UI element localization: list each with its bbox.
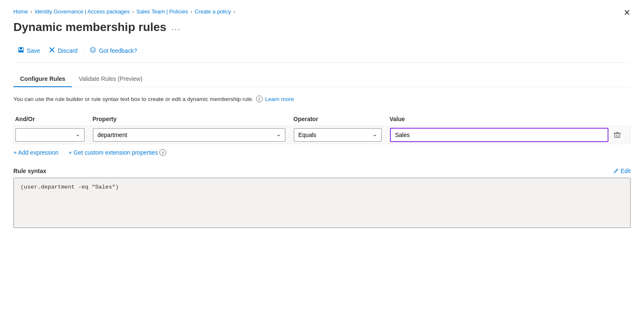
save-icon bbox=[18, 47, 24, 55]
close-button[interactable]: ✕ bbox=[623, 8, 631, 17]
svg-rect-1 bbox=[20, 47, 22, 49]
breadcrumb-sep-1: › bbox=[31, 9, 32, 15]
operator-select[interactable]: Equals Not Equals Starts With Contains M… bbox=[294, 128, 382, 142]
add-row: + Add expression + Get custom extension … bbox=[13, 149, 631, 156]
delete-icon bbox=[613, 131, 621, 139]
svg-line-13 bbox=[616, 170, 617, 171]
delete-row-button[interactable] bbox=[612, 129, 623, 140]
rule-syntax-section: Rule syntax Edit (user.department -eq "S… bbox=[13, 168, 631, 228]
table-header: And/Or Property Operator Value bbox=[13, 112, 631, 126]
toolbar: Save Discard Got feedback? bbox=[13, 44, 631, 63]
svg-point-5 bbox=[90, 47, 95, 52]
header-and-or: And/Or bbox=[15, 116, 92, 122]
page-title: Dynamic membership rules bbox=[13, 21, 167, 34]
info-description: You can use the rule builder or rule syn… bbox=[13, 96, 254, 102]
breadcrumb-sales-team[interactable]: Sales Team | Policies bbox=[136, 8, 188, 15]
feedback-button[interactable]: Got feedback? bbox=[85, 44, 141, 57]
property-select[interactable]: department displayName mail jobTitle cit… bbox=[93, 128, 285, 142]
header-value: Value bbox=[390, 116, 612, 122]
info-icon: i bbox=[256, 96, 263, 102]
tab-validate-rules[interactable]: Validate Rules (Preview) bbox=[72, 71, 149, 87]
title-more-options[interactable]: ... bbox=[172, 23, 181, 32]
title-row: Dynamic membership rules ... bbox=[13, 21, 631, 34]
custom-info-icon: i bbox=[159, 149, 166, 156]
header-actions bbox=[612, 116, 629, 122]
svg-point-7 bbox=[93, 49, 94, 50]
save-label: Save bbox=[27, 47, 40, 54]
value-cell bbox=[390, 128, 612, 142]
rule-syntax-box: (user.department -eq "Sales") bbox=[13, 178, 631, 228]
discard-button[interactable]: Discard bbox=[44, 44, 82, 57]
svg-rect-2 bbox=[19, 50, 23, 52]
and-or-select[interactable]: And Or bbox=[15, 128, 85, 142]
feedback-label: Got feedback? bbox=[99, 47, 137, 54]
delete-cell bbox=[612, 129, 629, 140]
and-or-cell: And Or bbox=[15, 128, 93, 142]
info-text: You can use the rule builder or rule syn… bbox=[13, 96, 631, 102]
property-cell: department displayName mail jobTitle cit… bbox=[93, 128, 294, 142]
table-row: And Or department displayName mail jobTi… bbox=[13, 126, 631, 144]
add-expression-link[interactable]: + Add expression bbox=[13, 149, 59, 156]
pencil-icon bbox=[613, 168, 619, 174]
svg-point-6 bbox=[92, 49, 92, 50]
breadcrumb-home[interactable]: Home bbox=[13, 8, 28, 15]
learn-more-link[interactable]: Learn more bbox=[265, 96, 294, 102]
svg-rect-8 bbox=[615, 133, 620, 137]
rule-syntax-title: Rule syntax bbox=[13, 168, 46, 174]
tabs: Configure Rules Validate Rules (Preview) bbox=[13, 71, 631, 87]
breadcrumb-create-policy[interactable]: Create a policy bbox=[195, 8, 231, 15]
breadcrumb: Home › Identity Governance | Access pack… bbox=[13, 8, 631, 15]
rule-syntax-header: Rule syntax Edit bbox=[13, 168, 631, 174]
feedback-icon bbox=[90, 47, 96, 55]
toolbar-divider bbox=[83, 46, 84, 56]
get-custom-label: + Get custom extension properties bbox=[69, 149, 158, 156]
breadcrumb-sep-2: › bbox=[132, 9, 134, 15]
discard-label: Discard bbox=[58, 47, 77, 54]
operator-cell: Equals Not Equals Starts With Contains M… bbox=[294, 128, 390, 142]
get-custom-extension-link[interactable]: + Get custom extension properties i bbox=[69, 149, 167, 156]
edit-rule-syntax-link[interactable]: Edit bbox=[613, 168, 631, 174]
breadcrumb-sep-4: › bbox=[233, 9, 235, 15]
breadcrumb-identity-governance[interactable]: Identity Governance | Access packages bbox=[35, 8, 130, 15]
header-operator: Operator bbox=[293, 116, 390, 122]
edit-label: Edit bbox=[621, 168, 631, 174]
save-button[interactable]: Save bbox=[13, 44, 44, 57]
value-input[interactable] bbox=[390, 128, 608, 142]
breadcrumb-sep-3: › bbox=[190, 9, 192, 15]
header-property: Property bbox=[92, 116, 293, 122]
tab-configure-rules[interactable]: Configure Rules bbox=[13, 71, 72, 87]
discard-icon bbox=[49, 47, 55, 55]
